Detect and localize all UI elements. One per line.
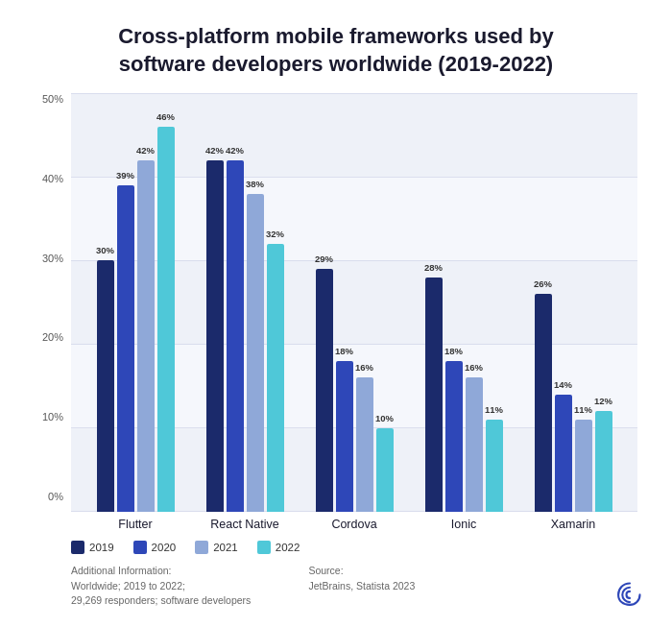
footer-left: Additional Information:Worldwide; 2019 t… bbox=[71, 564, 251, 609]
bar-2019: 28% bbox=[425, 278, 443, 512]
bar-2019: 30% bbox=[97, 260, 114, 511]
bar-2020: 18% bbox=[336, 361, 353, 512]
bar-2022: 10% bbox=[376, 428, 394, 512]
bar-value-label: 30% bbox=[96, 245, 114, 255]
x-axis-label: React Native bbox=[190, 512, 300, 531]
bar-value-label: 10% bbox=[375, 413, 394, 423]
legend-item-2020: 2020 bbox=[133, 541, 177, 554]
legend-color-2020 bbox=[133, 541, 147, 554]
x-axis: FlutterReact NativeCordovaIonicXamarin bbox=[71, 512, 637, 531]
y-axis-label: 0% bbox=[48, 491, 63, 502]
groups-row: 30%39%42%46%42%42%38%32%29%18%16%10%28%1… bbox=[71, 93, 637, 512]
bar-2021: 38% bbox=[247, 194, 264, 512]
bar-value-label: 38% bbox=[246, 179, 264, 189]
bar-value-label: 32% bbox=[266, 229, 284, 239]
bar-2020: 39% bbox=[117, 185, 134, 512]
bar-2022: 32% bbox=[267, 244, 284, 512]
y-axis-label: 30% bbox=[42, 253, 63, 264]
legend-item-2019: 2019 bbox=[71, 541, 114, 554]
bar-2020: 42% bbox=[227, 160, 244, 512]
y-axis-label: 40% bbox=[42, 173, 63, 184]
bar-value-label: 11% bbox=[574, 404, 592, 415]
bar-value-label: 12% bbox=[594, 396, 612, 406]
bar-2021: 16% bbox=[466, 377, 483, 511]
bar-group-cordova: 29%18%16%10% bbox=[300, 93, 409, 512]
bar-value-label: 46% bbox=[156, 111, 175, 122]
bar-value-label: 14% bbox=[554, 379, 572, 390]
bar-value-label: 16% bbox=[355, 362, 373, 373]
bar-value-label: 39% bbox=[116, 170, 134, 181]
x-axis-label: Flutter bbox=[81, 512, 190, 531]
chart-main: 30%39%42%46%42%42%38%32%29%18%16%10%28%1… bbox=[71, 93, 637, 531]
x-axis-label: Cordova bbox=[300, 512, 409, 531]
bar-group-xamarin: 26%14%11%12% bbox=[518, 93, 628, 512]
bar-value-label: 29% bbox=[315, 254, 333, 264]
legend-label-2019: 2019 bbox=[89, 542, 114, 553]
bar-2022: 11% bbox=[486, 420, 503, 512]
bars-container: 30%39%42%46%42%42%38%32%29%18%16%10%28%1… bbox=[71, 93, 637, 512]
bar-2019: 26% bbox=[535, 294, 552, 511]
bar-value-label: 26% bbox=[534, 278, 552, 289]
bar-2020: 14% bbox=[555, 395, 572, 512]
legend-label-2022: 2022 bbox=[276, 542, 300, 553]
bar-group-ionic: 28%18%16%11% bbox=[409, 93, 518, 512]
bar-value-label: 28% bbox=[424, 262, 443, 273]
bar-value-label: 18% bbox=[335, 346, 353, 356]
bar-group-react-native: 42%42%38%32% bbox=[190, 93, 300, 512]
bar-2021: 11% bbox=[575, 420, 592, 512]
legend-color-2022 bbox=[257, 541, 271, 554]
chart-area: 50%40%30%20%10%0% 30%39%42%46%42%42%38%3… bbox=[35, 93, 637, 531]
bar-2020: 18% bbox=[445, 361, 463, 512]
bar-2021: 42% bbox=[137, 160, 155, 512]
footer: Additional Information:Worldwide; 2019 t… bbox=[71, 564, 637, 609]
x-axis-label: Xamarin bbox=[518, 512, 628, 531]
legend-item-2022: 2022 bbox=[257, 541, 300, 554]
legend: 2019202020212022 bbox=[71, 541, 637, 554]
y-axis-label: 10% bbox=[42, 411, 63, 423]
chart-title: Cross-platform mobile frameworks used by… bbox=[35, 23, 637, 78]
bar-value-label: 42% bbox=[226, 145, 244, 156]
bar-2022: 12% bbox=[595, 411, 612, 512]
footer-right: Source:JetBrains, Statista 2023 bbox=[308, 564, 415, 609]
legend-color-2021 bbox=[195, 541, 208, 554]
y-axis: 50%40%30%20%10%0% bbox=[35, 93, 71, 531]
watermark bbox=[616, 580, 643, 611]
bar-2019: 42% bbox=[206, 160, 224, 512]
bar-2022: 46% bbox=[157, 127, 175, 512]
legend-label-2021: 2021 bbox=[213, 542, 238, 553]
y-axis-label: 50% bbox=[42, 93, 63, 105]
chart-container: Cross-platform mobile frameworks used by… bbox=[0, 0, 672, 628]
bar-value-label: 42% bbox=[205, 145, 224, 156]
bar-value-label: 18% bbox=[444, 346, 463, 356]
bar-group-flutter: 30%39%42%46% bbox=[81, 93, 190, 512]
legend-label-2020: 2020 bbox=[152, 542, 177, 553]
bar-value-label: 16% bbox=[465, 362, 483, 373]
bar-value-label: 42% bbox=[136, 145, 155, 156]
bar-2019: 29% bbox=[316, 269, 333, 512]
legend-color-2019 bbox=[71, 541, 84, 554]
bar-2021: 16% bbox=[356, 377, 373, 511]
legend-item-2021: 2021 bbox=[195, 541, 238, 554]
bar-value-label: 11% bbox=[485, 404, 503, 415]
y-axis-label: 20% bbox=[42, 331, 63, 343]
x-axis-label: Ionic bbox=[409, 512, 518, 531]
